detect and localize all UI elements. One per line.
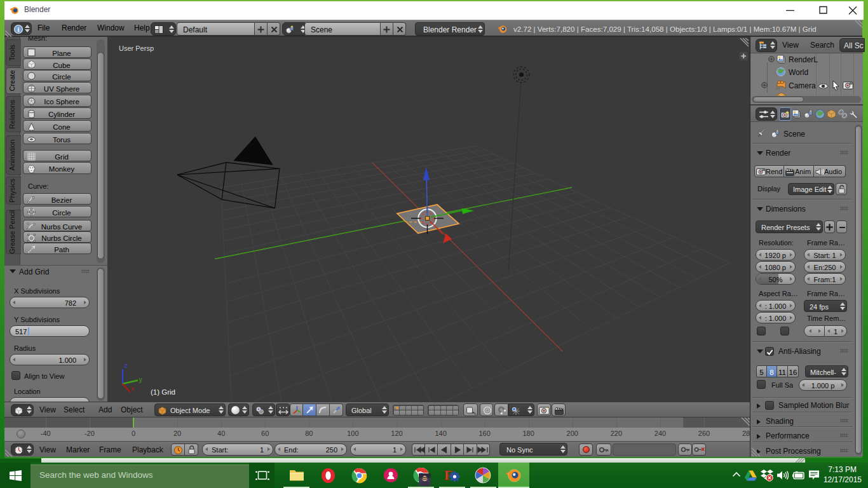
svg-text:z: z [125, 362, 128, 369]
svg-text:(1) Grid: (1) Grid [151, 388, 175, 396]
svg-text:User Persp: User Persp [119, 44, 154, 52]
svg-text:i: i [17, 25, 19, 33]
svg-text:x: x [131, 384, 135, 392]
svg-text:y: y [139, 376, 143, 383]
